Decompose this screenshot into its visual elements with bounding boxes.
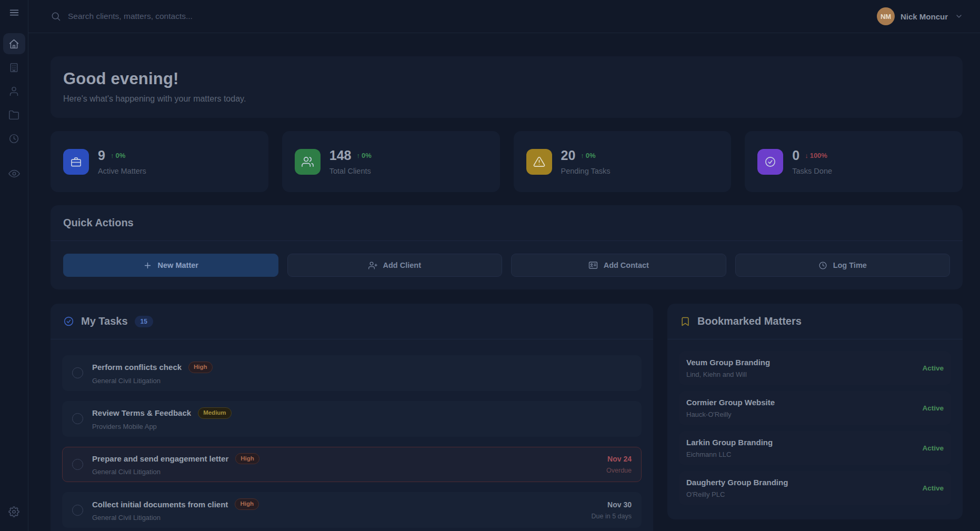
due-note: Due in 5 days <box>592 513 632 520</box>
user-menu[interactable]: NM Nick Moncur <box>877 7 963 25</box>
sidebar-item-time[interactable] <box>3 128 25 149</box>
eye-icon <box>8 168 20 179</box>
sidebar-item-firms[interactable] <box>3 57 25 78</box>
stat-value: 148 <box>329 148 352 163</box>
trend-down-indicator: ↓100% <box>805 152 827 159</box>
add-client-button[interactable]: Add Client <box>287 254 503 277</box>
matter-title: Cormier Group Website <box>686 398 775 407</box>
stat-value: 0 <box>792 148 799 163</box>
main-area: NM Nick Moncur Good evening! Here's what… <box>28 0 980 531</box>
task-count-badge: 15 <box>135 316 153 327</box>
due-note: Overdue <box>606 467 632 474</box>
task-matter: General Civil Litigation <box>92 514 583 522</box>
sidebar-item-matters[interactable] <box>3 104 25 125</box>
sidebar-item-clients[interactable] <box>3 81 25 102</box>
status-badge: Active <box>922 484 944 492</box>
matter-client: Hauck-O'Reilly <box>686 410 775 418</box>
task-checkbox[interactable] <box>72 367 83 378</box>
hamburger-menu-button[interactable] <box>8 7 20 21</box>
task-checkbox[interactable] <box>72 459 83 470</box>
users-icon <box>295 149 321 175</box>
due-date: Nov 24 <box>606 455 632 463</box>
task-checkbox[interactable] <box>72 505 83 516</box>
status-badge: Active <box>922 404 944 412</box>
log-time-button[interactable]: Log Time <box>735 254 951 277</box>
sidebar-item-dashboard[interactable] <box>3 33 25 54</box>
task-list: Perform conflicts check High General Civ… <box>51 339 653 531</box>
bookmarked-item[interactable]: Cormier Group Website Hauck-O'Reilly Act… <box>679 391 951 425</box>
quick-actions-header: Quick Actions <box>51 205 963 241</box>
user-plus-icon <box>368 261 377 270</box>
trend-up-icon: ↑ <box>581 152 584 159</box>
settings-button[interactable] <box>8 506 19 519</box>
matter-client: Lind, Kiehn and Will <box>686 370 770 378</box>
status-badge: Active <box>922 444 944 452</box>
sidebar-item-review[interactable] <box>3 163 25 184</box>
search-input[interactable] <box>68 12 321 21</box>
bookmarked-item[interactable]: Larkin Group Branding Eichmann LLC Activ… <box>679 431 951 465</box>
quick-actions-title: Quick Actions <box>63 217 134 229</box>
bookmarked-matters-card: Bookmarked Matters Veum Group Branding L… <box>667 304 963 519</box>
topbar: NM Nick Moncur <box>28 0 980 33</box>
bottom-row: My Tasks 15 Perform conflicts check High <box>51 304 963 531</box>
status-badge: Active <box>922 364 944 372</box>
matter-title: Larkin Group Branding <box>686 438 773 447</box>
my-tasks-title: My Tasks <box>81 315 128 327</box>
task-matter: General Civil Litigation <box>92 468 597 476</box>
greeting-subtitle: Here's what's happening with your matter… <box>63 94 950 104</box>
matter-title: Veum Group Branding <box>686 358 770 367</box>
task-row[interactable]: Collect initial documents from client Hi… <box>62 492 642 528</box>
right-column: Bookmarked Matters Veum Group Branding L… <box>667 304 963 531</box>
task-checkbox[interactable] <box>72 413 83 424</box>
matter-client: Eichmann LLC <box>686 450 773 458</box>
stat-label: Tasks Done <box>792 167 832 175</box>
stat-card-pending-tasks: 20 ↑0% Pending Tasks <box>514 131 732 192</box>
stat-card-total-clients: 148 ↑0% Total Clients <box>282 131 500 192</box>
bookmarked-item[interactable]: Daugherty Group Branding O'Reilly PLC Ac… <box>679 471 951 505</box>
app-window: NM Nick Moncur Good evening! Here's what… <box>0 0 980 531</box>
clock-icon <box>818 261 827 270</box>
due-date: Nov 30 <box>592 500 632 509</box>
folder-icon <box>8 109 19 121</box>
contact-card-icon <box>588 261 598 270</box>
add-contact-button[interactable]: Add Contact <box>511 254 726 277</box>
task-title: Review Terms & Feedback <box>92 408 191 417</box>
bookmarked-item[interactable]: Veum Group Branding Lind, Kiehn and Will… <box>679 351 951 385</box>
bookmarked-list: Veum Group Branding Lind, Kiehn and Will… <box>667 339 963 519</box>
home-icon <box>8 38 19 49</box>
chevron-down-icon <box>955 12 963 21</box>
sidebar <box>0 0 28 531</box>
priority-badge: High <box>188 362 213 373</box>
menu-icon <box>8 7 20 18</box>
stat-label: Total Clients <box>329 167 372 175</box>
matter-client: O'Reilly PLC <box>686 490 788 498</box>
stat-value: 20 <box>561 148 576 163</box>
task-row[interactable]: Review Terms & Feedback Medium Providers… <box>62 401 642 437</box>
priority-badge: High <box>235 453 259 465</box>
trend-up-indicator: ↑0% <box>111 152 125 159</box>
user-name: Nick Moncur <box>901 12 948 21</box>
new-matter-button[interactable]: New Matter <box>63 254 278 277</box>
briefcase-icon <box>63 149 89 175</box>
plus-icon <box>143 261 152 270</box>
task-row[interactable]: Perform conflicts check High General Civ… <box>62 355 642 391</box>
matter-title: Daugherty Group Branding <box>686 478 788 487</box>
content: Good evening! Here's what's happening wi… <box>28 33 980 531</box>
trend-up-icon: ↑ <box>356 152 360 159</box>
trend-up-icon: ↑ <box>111 152 114 159</box>
priority-badge: High <box>235 498 259 510</box>
user-icon <box>8 86 19 97</box>
quick-actions-card: Quick Actions New Matter Add Client <box>51 205 963 289</box>
task-matter: Providers Mobile App <box>92 423 632 430</box>
task-due: Nov 30 Due in 5 days <box>592 500 632 520</box>
my-tasks-card: My Tasks 15 Perform conflicts check High <box>51 304 653 531</box>
task-title: Collect initial documents from client <box>92 500 228 509</box>
global-search <box>51 11 877 22</box>
check-circle-icon <box>63 316 74 327</box>
building-icon <box>8 62 19 73</box>
trend-down-icon: ↓ <box>805 152 808 159</box>
stat-card-active-matters: 9 ↑0% Active Matters <box>51 131 268 192</box>
alert-triangle-icon <box>526 149 552 175</box>
stats-row: 9 ↑0% Active Matters 148 ↑0% <box>51 131 963 192</box>
task-row-overdue[interactable]: Prepare and send engagement letter High … <box>62 447 642 483</box>
